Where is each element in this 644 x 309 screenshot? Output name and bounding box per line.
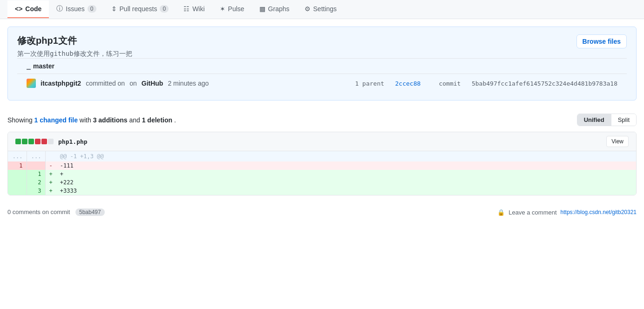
- branch-section: ⎯ master: [17, 58, 627, 74]
- diff-line-added-3: 3 + +3333: [8, 187, 636, 195]
- tab-issues[interactable]: ⓘ Issues 0: [49, 0, 103, 19]
- view-toggle: Unified Split: [577, 114, 637, 126]
- graphs-icon: ▩: [259, 5, 265, 13]
- added-content-2: +222: [56, 178, 636, 187]
- commit-header: 修改php1文件 第一次使用github修改文件，练习一把 Browse fil…: [7, 27, 637, 101]
- parent-sha-link[interactable]: 2ccec88: [395, 80, 421, 87]
- footer-comments: 0 comments on commit 5bab497: [7, 208, 105, 216]
- leave-comment-label: Leave a comment: [508, 209, 556, 216]
- unified-view-button[interactable]: Unified: [577, 114, 611, 126]
- pull-requests-icon: ⇕: [111, 5, 117, 13]
- split-view-button[interactable]: Split: [611, 114, 636, 126]
- diff-line-added-1: 1 + +: [8, 170, 636, 178]
- tab-pulse[interactable]: ✶ Pulse: [212, 0, 252, 18]
- added-old-num-3: [8, 187, 27, 195]
- tab-code-label: Code: [25, 5, 41, 13]
- added-sign-2: +: [45, 178, 56, 187]
- nav-tabs: <> Code ⓘ Issues 0 ⇕ Pull requests 0 ☷ W…: [0, 0, 644, 19]
- branch-name: master: [33, 62, 54, 70]
- commit-title: 修改php1文件: [17, 34, 627, 47]
- tab-pulse-label: Pulse: [228, 5, 244, 13]
- tab-pull-requests-label: Pull requests: [120, 5, 157, 13]
- period: .: [174, 116, 176, 124]
- tab-wiki-label: Wiki: [192, 5, 204, 13]
- diff-box-2: [22, 139, 27, 144]
- changes-summary-text: Showing 1 changed file with 3 additions …: [7, 116, 176, 124]
- comments-prefix: 0 comments on commit: [7, 208, 70, 215]
- tab-graphs-label: Graphs: [268, 5, 290, 13]
- diff-filename: php1.php: [58, 138, 88, 145]
- added-old-num-2: [8, 178, 27, 187]
- browse-files-button[interactable]: Browse files: [576, 34, 627, 48]
- deleted-sign: -: [45, 161, 56, 170]
- added-old-num-1: [8, 170, 27, 178]
- commit-short-sha: 5bab497: [75, 208, 105, 216]
- branch-icon: ⎯: [27, 62, 30, 70]
- settings-icon: ⚙: [305, 5, 311, 13]
- commit-description: 第一次使用github修改文件，练习一把: [17, 50, 627, 58]
- diff-box-6: [48, 139, 54, 144]
- hunk-old-num: ...: [8, 151, 27, 161]
- parent-label: 1 parent: [355, 80, 384, 87]
- deleted-new-num: [27, 161, 45, 170]
- code-icon: <>: [15, 5, 22, 13]
- issues-icon: ⓘ: [56, 5, 63, 13]
- tab-settings[interactable]: ⚙ Settings: [297, 0, 345, 18]
- added-content-1: +: [56, 170, 636, 178]
- diff-view-button[interactable]: View: [606, 136, 629, 147]
- commit-full-sha: 5bab497fcc1afef6145752c324e4d481b9783a18: [472, 80, 617, 87]
- additions-count: 3 additions: [93, 116, 128, 124]
- diff-line-added-2: 2 + +222: [8, 178, 636, 187]
- tab-wiki[interactable]: ☷ Wiki: [176, 0, 212, 18]
- commit-sha-info: 1 parent 2ccec88 commit 5bab497fcc1afef6…: [355, 80, 617, 87]
- commit-platform-name: GitHub: [142, 80, 163, 87]
- footer-csdn-link[interactable]: https://blog.csdn.net/gitb20321: [561, 209, 637, 215]
- added-new-num-3: 3: [27, 187, 45, 195]
- footer: 0 comments on commit 5bab497 🔒 Leave a c…: [0, 203, 644, 222]
- issues-badge: 0: [88, 5, 96, 13]
- with-label: with: [80, 116, 91, 124]
- diff-table: ... ... @@ -1 +1,3 @@ 1 - -111 1 + +: [8, 151, 636, 195]
- commit-platform: on: [129, 80, 137, 87]
- and-label: and: [129, 116, 140, 124]
- diff-box-5: [41, 139, 47, 144]
- deleted-content: -111: [56, 161, 636, 170]
- pulse-icon: ✶: [220, 5, 225, 13]
- wiki-icon: ☷: [183, 5, 190, 13]
- tab-pull-requests[interactable]: ⇕ Pull requests 0: [104, 0, 176, 18]
- tab-graphs[interactable]: ▩ Graphs: [252, 0, 297, 18]
- diff-container: php1.php View ... ... @@ -1 +1,3 @@ 1 - …: [7, 132, 637, 195]
- tab-issues-label: Issues: [66, 5, 84, 13]
- showing-label: Showing: [7, 116, 33, 124]
- added-sign-1: +: [45, 170, 56, 178]
- changed-file-count: 1 changed file: [34, 116, 78, 124]
- diff-file-header: php1.php View: [8, 132, 636, 151]
- commit-committed-on: committed on: [86, 80, 125, 87]
- hunk-content: @@ -1 +1,3 @@: [56, 151, 636, 161]
- hunk-header-row: ... ... @@ -1 +1,3 @@: [8, 151, 636, 161]
- commit-time-ago: 2 minutes ago: [168, 80, 209, 87]
- deleted-old-num: 1: [8, 161, 27, 170]
- diff-box-3: [28, 139, 34, 144]
- added-new-num-1: 1: [27, 170, 45, 178]
- footer-right: 🔒 Leave a comment https://blog.csdn.net/…: [497, 209, 637, 216]
- tab-code[interactable]: <> Code: [7, 0, 49, 18]
- commit-author: itcastphpgit2: [41, 80, 81, 87]
- changes-summary: Showing 1 changed file with 3 additions …: [0, 108, 644, 132]
- lock-icon: 🔒: [497, 209, 505, 216]
- tab-settings-label: Settings: [313, 5, 337, 13]
- diff-stat-boxes: [15, 139, 54, 144]
- pull-requests-badge: 0: [160, 5, 169, 13]
- hunk-sign: [45, 151, 56, 161]
- added-new-num-2: 2: [27, 178, 45, 187]
- diff-box-4: [35, 139, 41, 144]
- commit-meta: itcastphpgit2 committed on on GitHub 2 m…: [17, 74, 627, 93]
- hunk-new-num: ...: [27, 151, 45, 161]
- avatar: [27, 79, 36, 88]
- added-sign-3: +: [45, 187, 56, 195]
- diff-line-deleted: 1 - -111: [8, 161, 636, 170]
- deletions-count: 1 deletion: [142, 116, 172, 124]
- added-content-3: +3333: [56, 187, 636, 195]
- commit-label: commit: [439, 80, 461, 87]
- diff-box-1: [15, 139, 21, 144]
